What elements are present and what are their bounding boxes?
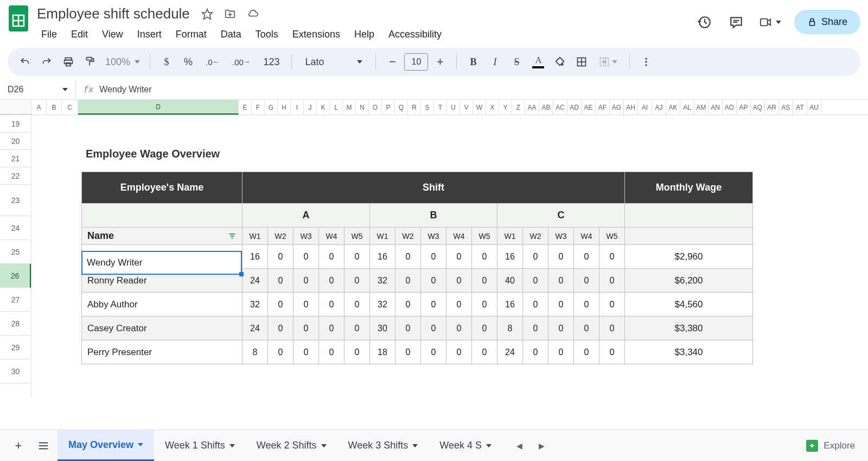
col-header-AU[interactable]: AU: [807, 100, 821, 115]
row-header-19[interactable]: 19: [0, 115, 31, 132]
currency-button[interactable]: $: [157, 52, 176, 72]
col-header-AN[interactable]: AN: [709, 100, 723, 115]
col-header-AE[interactable]: AE: [582, 100, 596, 115]
col-header-D[interactable]: D: [78, 100, 239, 115]
print-button[interactable]: [59, 52, 78, 72]
col-header-E[interactable]: E: [239, 100, 252, 115]
move-icon[interactable]: [222, 7, 238, 22]
fill-color-button[interactable]: [550, 52, 570, 72]
col-header-AT[interactable]: AT: [793, 100, 807, 115]
menu-tools[interactable]: Tools: [249, 26, 285, 43]
menu-file[interactable]: File: [35, 26, 63, 43]
share-button[interactable]: Share: [794, 10, 860, 34]
col-header-W[interactable]: W: [473, 100, 486, 115]
borders-button[interactable]: [572, 52, 591, 72]
col-header-AQ[interactable]: AQ: [751, 100, 765, 115]
menu-insert[interactable]: Insert: [131, 26, 168, 43]
text-color-button[interactable]: A: [528, 52, 548, 72]
undo-button[interactable]: [15, 52, 35, 72]
decrease-decimal-button[interactable]: .0←: [200, 52, 225, 72]
col-header-AB[interactable]: AB: [539, 100, 553, 115]
col-header-K[interactable]: K: [317, 100, 330, 115]
col-header-X[interactable]: X: [486, 100, 499, 115]
col-header-Z[interactable]: Z: [512, 100, 525, 115]
col-header-AM[interactable]: AM: [694, 100, 709, 115]
col-header-AD[interactable]: AD: [567, 100, 582, 115]
cloud-status-icon[interactable]: [245, 7, 260, 22]
format-number-button[interactable]: 123: [258, 52, 285, 72]
font-select[interactable]: Lato: [298, 56, 369, 68]
paint-format-button[interactable]: [80, 52, 100, 72]
row-header-27[interactable]: 27: [0, 288, 31, 312]
table-row[interactable]: Abby Author320000320000160000$4,560: [82, 293, 753, 317]
row-header-26[interactable]: 26: [0, 264, 31, 288]
row-header-24[interactable]: 24: [0, 216, 31, 240]
col-header-AP[interactable]: AP: [737, 100, 751, 115]
strikethrough-button[interactable]: S: [507, 52, 526, 72]
fill-handle[interactable]: [239, 272, 244, 276]
history-icon[interactable]: [695, 13, 714, 31]
meet-icon[interactable]: [758, 13, 781, 31]
col-header-L[interactable]: L: [330, 100, 343, 115]
row-header-30[interactable]: 30: [0, 359, 31, 383]
merge-cells-button[interactable]: [593, 52, 623, 72]
col-header-AG[interactable]: AG: [610, 100, 624, 115]
menu-accessibility[interactable]: Accessibility: [382, 26, 448, 43]
col-header-B[interactable]: B: [47, 100, 62, 115]
col-header-Y[interactable]: Y: [499, 100, 512, 115]
sheets-logo[interactable]: [8, 4, 29, 33]
col-header-F[interactable]: F: [252, 100, 265, 115]
col-header-I[interactable]: I: [291, 100, 304, 115]
col-header-AJ[interactable]: AJ: [652, 100, 666, 115]
row-header-20[interactable]: 20: [0, 132, 31, 150]
menu-help[interactable]: Help: [348, 26, 381, 43]
italic-button[interactable]: I: [485, 52, 505, 72]
col-header-N[interactable]: N: [356, 100, 369, 115]
font-size-decrease[interactable]: −: [382, 52, 402, 72]
redo-button[interactable]: [37, 52, 56, 72]
canvas[interactable]: Employee Wage Overview Employee's NameSh…: [31, 115, 868, 397]
name-box[interactable]: D26: [0, 79, 76, 99]
col-header-H[interactable]: H: [278, 100, 291, 115]
filter-icon[interactable]: [228, 232, 237, 241]
row-header-23[interactable]: 23: [0, 185, 31, 216]
col-header-AH[interactable]: AH: [624, 100, 638, 115]
active-cell[interactable]: Wendy Writer: [81, 251, 242, 275]
row-header-29[interactable]: 29: [0, 336, 31, 359]
col-header-M[interactable]: M: [343, 100, 356, 115]
col-header-V[interactable]: V: [460, 100, 473, 115]
percent-button[interactable]: %: [178, 52, 198, 72]
formula-input[interactable]: Wendy Writer: [99, 85, 151, 94]
col-header-S[interactable]: S: [421, 100, 434, 115]
table-row[interactable]: Casey Creator24000030000080000$3,380: [82, 317, 753, 340]
bold-button[interactable]: B: [463, 52, 483, 72]
col-header-AL[interactable]: AL: [680, 100, 694, 115]
col-header-AR[interactable]: AR: [765, 100, 779, 115]
document-title[interactable]: Employee shift schedule: [35, 4, 192, 23]
col-header-A[interactable]: A: [31, 100, 47, 115]
menu-data[interactable]: Data: [214, 26, 248, 43]
menu-extensions[interactable]: Extensions: [286, 26, 347, 43]
row-header-28[interactable]: 28: [0, 312, 31, 336]
col-header-AF[interactable]: AF: [596, 100, 610, 115]
menu-view[interactable]: View: [95, 26, 130, 43]
col-header-U[interactable]: U: [447, 100, 460, 115]
menu-format[interactable]: Format: [169, 26, 213, 43]
menu-edit[interactable]: Edit: [65, 26, 94, 43]
col-header-J[interactable]: J: [304, 100, 317, 115]
font-size-input[interactable]: 10: [404, 53, 428, 71]
star-icon[interactable]: [200, 7, 215, 22]
col-header-AO[interactable]: AO: [723, 100, 737, 115]
select-all-corner[interactable]: [0, 100, 31, 115]
col-header-AA[interactable]: AA: [525, 100, 539, 115]
table-row[interactable]: Perry Presenter80000180000240000$3,340: [82, 340, 753, 364]
col-header-G[interactable]: G: [265, 100, 278, 115]
col-header-AK[interactable]: AK: [666, 100, 680, 115]
col-header-Q[interactable]: Q: [395, 100, 408, 115]
zoom-select[interactable]: 100%: [102, 56, 143, 68]
col-header-AC[interactable]: AC: [553, 100, 567, 115]
row-header-21[interactable]: 21: [0, 150, 31, 167]
row-header-22[interactable]: 22: [0, 167, 31, 185]
comments-icon[interactable]: [727, 13, 745, 31]
col-header-AI[interactable]: AI: [638, 100, 652, 115]
